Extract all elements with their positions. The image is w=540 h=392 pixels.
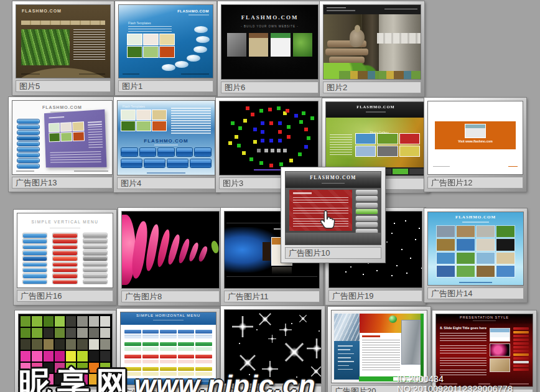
thumb-cell-r3c5[interactable]: FLASHMO.COM 广告图片14 [424,208,527,302]
visit-flashmo-text: Visit www.flashmo.com [435,139,516,143]
mini-slide-2 [490,344,510,357]
thumb-caption: 图片5 [16,80,111,92]
signature-line [254,169,283,170]
thumb-caption: 广告图片14 [427,287,524,299]
thumb-cell-r1c3[interactable]: FLASHMO.COM - BUILD YOUR OWN WEBSITE - 图… [218,1,322,96]
thumb-preview-coverflow: FLASHMO.COM - BUILD YOUR OWN WEBSITE - [221,4,319,80]
thumb-caption: 广告图片11 [224,291,320,302]
thumb-preview-pink-petals [121,211,220,289]
coverflow-shots [227,33,312,57]
mini-thumbnail-grid [437,226,514,277]
thumb-preview-purple-panel: FLASHMO.COM [12,100,113,175]
flashmo-logo-text: FLASHMO.COM [118,138,215,144]
slide-title-text: 8. Slide Eight Title goes here [440,326,486,330]
nipic-site-url: www.nipic.cn [134,370,316,392]
flash-templates-label: Flash Templates [123,105,145,108]
mini-menu-buttons [17,119,39,170]
thumb-preview-sky-grid: FLASHMO.COM [427,212,524,286]
building-band [377,33,421,44]
thumb-caption: 广告图片8 [121,291,220,302]
thumb-cell-r3c1[interactable]: SIMPLE VERTICAL MENU 广告图片16 [14,210,116,305]
thumb-preview-blue-template: FLASHMO.COM Flash Templates [118,4,213,78]
thumb-preview-green-gallery: FLASHMO.COM Photo Gallery [325,101,426,176]
mini-text-block [73,29,105,61]
nipic-site-name: 昵享网 [19,365,134,392]
thumb-caption: 图片4 [117,177,215,189]
thumb-cell-r2c5[interactable]: Visit www.flashmo.com 广告图片12 [424,98,526,192]
simple-vertical-menu-title: SIMPLE VERTICAL MENU [17,220,113,224]
decor-swoosh [16,68,111,78]
popup-preview-red-template: FLASHMO.COM [285,171,381,245]
simple-horizontal-menu-title: SIMPLE HORIZONTAL MENU [121,314,216,317]
thumb-cell-r1c1[interactable]: FLASHMO.COM 图片5 [12,1,114,95]
thumb-caption: 图片6 [221,82,319,93]
thumb-caption: 广告图片13 [12,177,113,189]
thumb-caption: 广告图片12 [427,177,523,189]
menu-column-blue [23,233,47,286]
thumb-cell-r2c2[interactable]: Flash Templates FLASHMO.COM 图片4 [114,97,218,192]
mini-slide-3 [490,359,510,371]
presentation-style-title: PRESENTATION STYLE [436,315,533,319]
mini-footer [286,233,381,245]
bubble-button [193,46,207,53]
mini-thumbnails [128,34,175,57]
thumb-preview-pixel-art [219,101,319,175]
thumb-cell-r2c1[interactable]: FLASHMO.COM 广告图片13 [9,97,116,192]
mini-browser [465,124,485,138]
flashmo-logo-text: FLASHMO.COM [326,105,426,109]
popup-caption: 广告图片10 [285,247,381,259]
leaf [210,240,220,253]
mini-nav-bar [21,21,106,25]
mini-slide-menu [513,327,529,372]
thumb-preview-corporate [331,310,427,383]
mini-plant-photo [21,29,70,66]
flashmo-tagline: - BUILD YOUR OWN WEBSITE - [221,25,318,28]
mini-thumbnails [121,110,166,131]
thumb-caption: 图片1 [118,80,213,92]
mini-text-block [171,108,211,134]
bubble-button [175,61,189,68]
bubble-button [187,55,200,62]
gallery-page: FLASHMO.COM 图片5 FLASHMO.COM Flash Templa… [0,0,540,392]
mini-text-block [128,26,171,33]
green-sphere [389,315,397,323]
mini-slide-1 [490,329,510,341]
thumb-preview-sky-template: Flash Templates FLASHMO.COM [117,100,215,175]
thumb-strip [339,71,421,79]
flashmo-logo-text: FLASHMO.COM [221,14,318,21]
thumb-cell-r1c4[interactable]: 图片2 [320,1,424,96]
bubble-button [162,64,175,71]
orange-banner: Visit www.flashmo.com [435,121,516,150]
flash-templates-label: Flash Templates [128,21,151,25]
thumb-caption: 图片2 [323,82,421,93]
menu-column-red [53,233,77,286]
thumb-preview-vertical-menu: SIMPLE VERTICAL MENU [17,213,113,288]
mini-thumbnails [49,122,84,141]
flashmo-logo-text: FLASHMO.COM [177,9,209,13]
bubble-button [196,36,210,43]
thumb-caption: 广告图片19 [328,290,422,302]
green-edge [421,314,424,376]
flashmo-logo-text: FLASHMO.COM [286,175,381,180]
purple-panel [44,109,106,167]
mini-thumbnails [356,134,419,156]
mini-sidebar [334,341,360,380]
thumb-preview-orange-banner: Visit www.flashmo.com [427,101,523,175]
thumb-preview-brown-template: FLASHMO.COM [16,4,111,78]
flashmo-logo-text: FLASHMO.COM [428,215,523,220]
flashmo-logo-text: FLASHMO.COM [12,105,112,110]
bubble-button [194,26,208,33]
image-id-watermark: ID:2000434 NO:20100920112329006778 [397,374,540,392]
thumb-caption: 广告图片16 [17,290,113,302]
nipic-watermark: 昵享网www.nipic.cn [19,362,316,392]
menu-column-gray [83,233,107,286]
thumb-cell-r3c2[interactable]: 广告图片8 [118,208,223,306]
pixel-blob [223,103,227,106]
thumb-preview-bird-photo [323,4,421,80]
tower-photo [402,320,423,364]
mini-button-row [121,159,211,167]
flashmo-logo-text: FLASHMO.COM [22,9,62,13]
hand-cursor-icon [319,210,337,231]
building-photo [334,314,360,341]
thumb-cell-r1c2[interactable]: FLASHMO.COM Flash Templates 图片1 [115,1,216,95]
